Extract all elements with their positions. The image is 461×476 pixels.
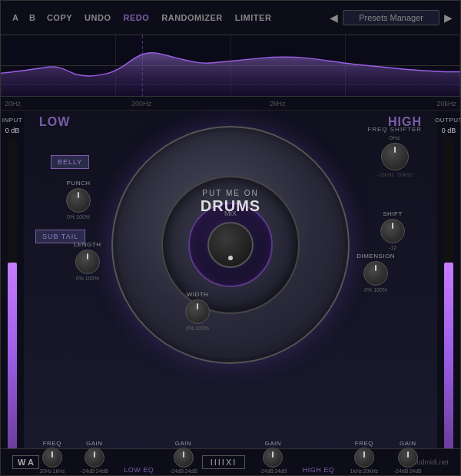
btn-b[interactable]: B: [25, 10, 39, 25]
punch-knob-group: PUNCH 0% 100%: [66, 180, 91, 220]
plugin-name-top: PUT ME ON: [201, 189, 260, 197]
btn-randomizer[interactable]: RANDOMIZER: [157, 10, 227, 25]
high-eq-freq-label: FREQ: [355, 440, 373, 447]
freq-label-20khz: 20kHz: [436, 100, 456, 107]
dimension-label: DIMENSION: [357, 253, 395, 259]
high-eq-gain2-group: GAIN -24dB 24dB: [394, 440, 422, 474]
high-eq-gain1-group: GAIN -24dB 24dB: [259, 440, 287, 474]
width-min: 0%: [186, 326, 194, 331]
drum-circle-innermost: MIX: [188, 203, 273, 287]
low-eq-gain2-label: GAIN: [175, 440, 192, 447]
presets-area: ◀ Presets Manager ▶: [330, 10, 453, 25]
mix-dot: [228, 256, 233, 260]
plugin-name-main: DRUMS: [201, 197, 260, 215]
low-eq-gain2-max: 24dB: [184, 468, 197, 474]
high-eq-freq-group: FREQ 1kHz 20kHz: [350, 440, 379, 474]
length-min: 0%: [76, 276, 84, 281]
freq-shifter-group: FREQ SHIFTER 0Hz -10kHz 10kHz: [367, 126, 422, 177]
toolbar: A B COPY UNDO REDO RANDOMIZER LIMITER ◀ …: [1, 1, 460, 35]
center-content: LOW HIGH PUT M: [24, 111, 437, 476]
output-bar-container: [444, 137, 453, 451]
belly-button[interactable]: BELLY: [51, 155, 89, 169]
freq-labels-bar: 20Hz 200Hz 2kHz 20kHz: [1, 97, 460, 111]
freq-shifter-range: -10kHz 10kHz: [377, 172, 413, 177]
width-label: WIDTH: [187, 291, 209, 298]
high-eq-gain1-min: -24dB: [259, 468, 274, 474]
low-eq-freq-max: 1kHz: [53, 468, 65, 474]
low-eq-freq-label: FREQ: [43, 440, 61, 447]
freq-shifter-label: FREQ SHIFTER: [367, 126, 422, 133]
vu-meter-input: INPUT 0 dB: [1, 111, 24, 476]
low-eq-gain2-min: -24dB: [170, 468, 184, 474]
low-eq-gain2-knob[interactable]: [174, 448, 194, 468]
waveform-svg: [1, 35, 460, 96]
high-eq-label: HIGH EQ: [303, 466, 335, 474]
low-eq-gain1-knob[interactable]: [85, 448, 104, 468]
high-eq-gain1-label: GAIN: [265, 440, 282, 447]
low-eq-gain1-max: 24dB: [96, 468, 108, 474]
low-eq-freq-min: 20Hz: [39, 468, 51, 474]
presets-label[interactable]: Presets Manager: [343, 10, 439, 25]
low-eq-freq-knob[interactable]: [42, 448, 62, 468]
low-eq-label: LOW EQ: [124, 466, 154, 474]
high-eq-freq-max: 20kHz: [363, 468, 379, 474]
high-eq-gain2-max: 24dB: [409, 468, 421, 474]
plugin-name: PUT ME ON DRUMS: [201, 189, 260, 215]
width-knob-group: WIDTH 0% 100%: [185, 291, 210, 331]
output-bar-fill: [444, 263, 453, 451]
high-eq-gain2-knob[interactable]: [398, 448, 418, 468]
freq-label-2khz: 2kHz: [270, 100, 286, 107]
btn-redo[interactable]: REDO: [118, 10, 154, 25]
eq-visualizer: [1, 35, 460, 97]
freq-shifter-max: 10kHz: [397, 172, 413, 177]
width-knob[interactable]: [185, 299, 210, 324]
preset-next[interactable]: ▶: [444, 12, 453, 24]
bottom-knobs: FREQ 20Hz 1kHz GAIN -24dB 24dB: [24, 437, 437, 476]
input-bar-fill: [8, 263, 17, 451]
high-eq-gain1-knob[interactable]: [263, 448, 283, 468]
input-value: 0 dB: [5, 127, 20, 134]
high-eq-freq-knob[interactable]: [354, 448, 374, 468]
plugin-container: A B COPY UNDO REDO RANDOMIZER LIMITER ◀ …: [0, 0, 461, 476]
mix-knob[interactable]: MIX: [207, 222, 254, 268]
output-value: 0 dB: [442, 127, 456, 134]
shift-knob[interactable]: [380, 219, 405, 243]
punch-label: PUNCH: [67, 180, 91, 187]
high-eq-gain2-min: -24dB: [394, 468, 409, 474]
low-eq-gain1-group: GAIN -24dB 24dB: [81, 440, 108, 474]
freq-shifter-knob[interactable]: [381, 143, 409, 170]
low-eq-gain1-label: GAIN: [86, 440, 103, 447]
band-label-low: LOW: [39, 115, 70, 129]
freq-label-20hz: 20Hz: [5, 100, 21, 107]
dimension-knob[interactable]: [363, 261, 388, 286]
shift-label: SHIFT: [383, 210, 403, 217]
low-eq-gain1-min: -24dB: [81, 468, 95, 474]
length-label: LENGTH: [74, 241, 101, 248]
width-max: 100%: [195, 326, 209, 331]
length-knob-group: LENGTH 0% 100%: [74, 241, 101, 281]
low-eq-freq-group: FREQ 20Hz 1kHz: [39, 440, 65, 474]
drum-circle-container: PUT ME ON DRUMS MIX: [111, 126, 350, 364]
shift-value: -12: [389, 245, 396, 250]
length-knob[interactable]: [75, 250, 100, 274]
punch-knob[interactable]: [66, 188, 91, 213]
input-bar-container: [8, 137, 17, 451]
btn-limiter[interactable]: LIMITER: [230, 10, 277, 25]
high-eq-gain2-label: GAIN: [400, 440, 416, 447]
btn-undo[interactable]: UNDO: [80, 10, 115, 25]
preset-prev[interactable]: ◀: [330, 12, 338, 24]
dimension-min: 0%: [364, 287, 372, 293]
punch-min: 0%: [67, 214, 75, 220]
high-eq-gain1-max: 24dB: [274, 468, 287, 474]
punch-max: 100%: [76, 214, 90, 220]
drum-circle-outer: PUT ME ON DRUMS MIX: [111, 126, 350, 364]
freq-shifter-min: -10kHz: [377, 172, 394, 177]
output-label: OUTPUT: [435, 117, 461, 124]
btn-copy[interactable]: COPY: [42, 10, 77, 25]
main-area: INPUT 0 dB LOW HIGH: [1, 111, 460, 476]
input-label: INPUT: [2, 117, 23, 124]
freq-label-200hz: 200Hz: [131, 100, 151, 107]
btn-a[interactable]: A: [8, 10, 22, 25]
low-eq-gain2-group: GAIN -24dB 24dB: [170, 440, 197, 474]
dimension-max: 100%: [373, 287, 387, 293]
